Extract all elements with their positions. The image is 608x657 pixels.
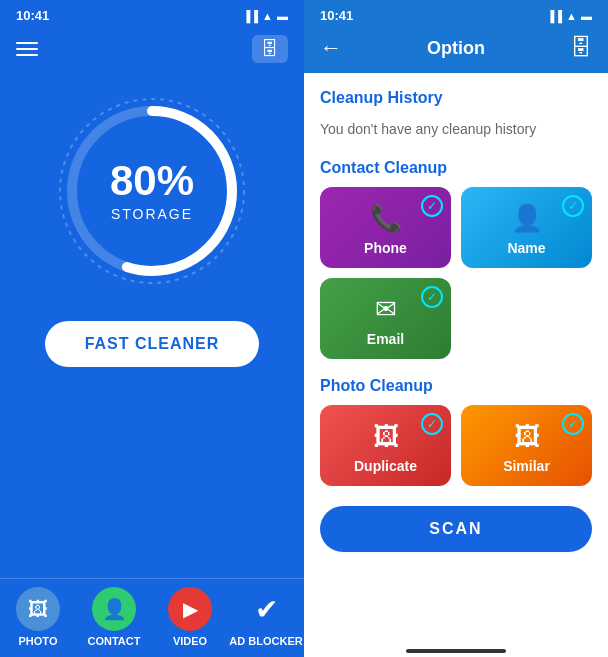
nav-label-adblocker: AD BLOCKER xyxy=(229,635,302,647)
name-icon: 👤 xyxy=(511,203,543,234)
nav-item-video[interactable]: ▶ VIDEO xyxy=(152,587,228,647)
contact-nav-icon: 👤 xyxy=(92,587,136,631)
name-card[interactable]: ✓ 👤 Name xyxy=(461,187,592,268)
similar-icon: 🖼 xyxy=(514,421,540,452)
fast-cleaner-button[interactable]: FAST CLEANER xyxy=(45,321,260,367)
battery-icon: ▬ xyxy=(277,10,288,22)
nav-label-video: VIDEO xyxy=(173,635,207,647)
bottom-indicator xyxy=(406,649,506,653)
right-status-bar: 10:41 ▐▐ ▲ ▬ xyxy=(304,0,608,27)
similar-card[interactable]: ✓ 🖼 Similar xyxy=(461,405,592,486)
right-content: Cleanup History You don't have any clean… xyxy=(304,73,608,641)
video-nav-icon: ▶ xyxy=(168,587,212,631)
phone-card[interactable]: ✓ 📞 Phone xyxy=(320,187,451,268)
right-battery-icon: ▬ xyxy=(581,10,592,22)
cleanup-history-title: Cleanup History xyxy=(320,89,592,107)
duplicate-card[interactable]: ✓ 🖼 Duplicate xyxy=(320,405,451,486)
photo-nav-icon: 🖼 xyxy=(16,587,60,631)
duplicate-label: Duplicate xyxy=(354,458,417,474)
email-icon: ✉ xyxy=(375,294,397,325)
nav-item-adblocker[interactable]: ✔ AD BLOCKER xyxy=(228,587,304,647)
phone-label: Phone xyxy=(364,240,407,256)
circle-text: 80% STORAGE xyxy=(110,160,194,222)
storage-label: STORAGE xyxy=(110,206,194,222)
storage-icon: 🗄 xyxy=(252,35,288,63)
phone-check-icon: ✓ xyxy=(421,195,443,217)
back-button[interactable]: ← xyxy=(320,35,342,61)
storage-circle: 80% STORAGE xyxy=(52,91,252,291)
contact-cleanup-grid: ✓ 📞 Phone ✓ 👤 Name xyxy=(320,187,592,268)
contact-cleanup-title: Contact Cleanup xyxy=(320,159,592,177)
left-header: 🗄 xyxy=(0,27,304,71)
email-check-icon: ✓ xyxy=(421,286,443,308)
similar-label: Similar xyxy=(503,458,550,474)
storage-percent: 80% xyxy=(110,160,194,202)
scan-button[interactable]: SCAN xyxy=(320,506,592,552)
right-wifi-icon: ▲ xyxy=(566,10,577,22)
email-card[interactable]: ✓ ✉ Email xyxy=(320,278,451,359)
bottom-nav: 🖼 PHOTO 👤 CONTACT ▶ VIDEO ✔ AD BLOCKER xyxy=(0,578,304,657)
nav-label-contact: CONTACT xyxy=(88,635,141,647)
duplicate-icon: 🖼 xyxy=(373,421,399,452)
left-status-bar: 10:41 ▐▐ ▲ ▬ xyxy=(0,0,304,27)
name-label: Name xyxy=(507,240,545,256)
left-status-icons: ▐▐ ▲ ▬ xyxy=(243,10,288,22)
email-label: Email xyxy=(367,331,404,347)
phone-icon: 📞 xyxy=(370,203,402,234)
right-panel: 10:41 ▐▐ ▲ ▬ ← Option 🗄 Cleanup History … xyxy=(304,0,608,657)
hamburger-menu[interactable] xyxy=(16,42,38,56)
storage-circle-container: 80% STORAGE xyxy=(0,91,304,291)
similar-check-icon: ✓ xyxy=(562,413,584,435)
left-time: 10:41 xyxy=(16,8,49,23)
right-time: 10:41 xyxy=(320,8,353,23)
signal-icon: ▐▐ xyxy=(243,10,259,22)
nav-label-photo: PHOTO xyxy=(19,635,58,647)
photo-cleanup-grid: ✓ 🖼 Duplicate ✓ 🖼 Similar xyxy=(320,405,592,486)
photo-cleanup-title: Photo Cleanup xyxy=(320,377,592,395)
db-icon: 🗄 xyxy=(570,35,592,61)
empty-history-text: You don't have any cleanup history xyxy=(320,117,592,141)
nav-item-contact[interactable]: 👤 CONTACT xyxy=(76,587,152,647)
wifi-icon: ▲ xyxy=(262,10,273,22)
nav-item-photo[interactable]: 🖼 PHOTO xyxy=(0,587,76,647)
left-panel: 10:41 ▐▐ ▲ ▬ 🗄 80% STORAGE xyxy=(0,0,304,657)
name-check-icon: ✓ xyxy=(562,195,584,217)
email-row: ✓ ✉ Email xyxy=(320,278,592,359)
right-header: ← Option 🗄 xyxy=(304,27,608,73)
adblocker-check-icon: ✔ xyxy=(244,587,288,631)
right-title: Option xyxy=(427,38,485,59)
right-signal-icon: ▐▐ xyxy=(547,10,563,22)
duplicate-check-icon: ✓ xyxy=(421,413,443,435)
right-status-icons: ▐▐ ▲ ▬ xyxy=(547,10,592,22)
